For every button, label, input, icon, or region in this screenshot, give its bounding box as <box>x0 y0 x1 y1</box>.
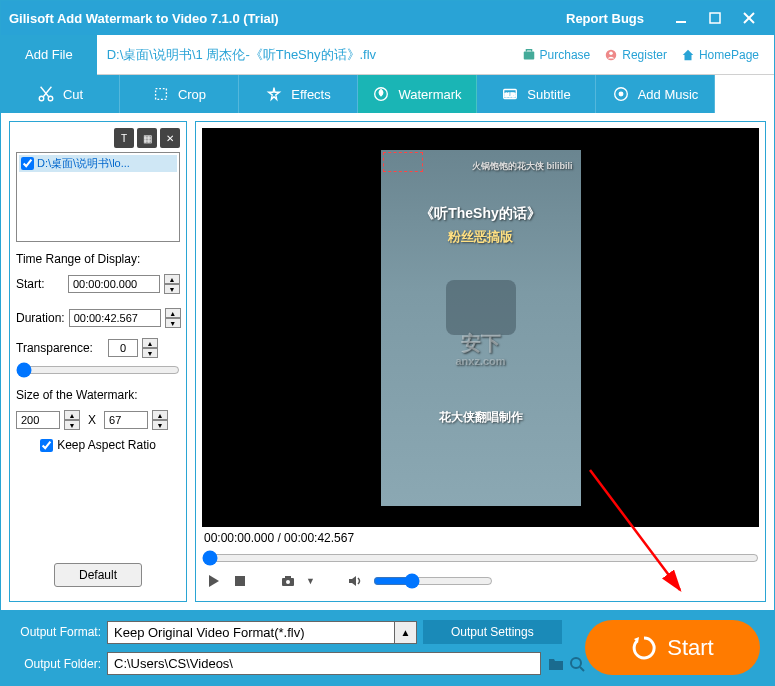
volume-icon[interactable] <box>347 573 363 589</box>
transparence-label: Transparence: <box>16 341 104 355</box>
file-path-display: D:\桌面\说明书\1 周杰伦-《听TheShy的话》.flv <box>97 46 517 64</box>
maximize-button[interactable] <box>698 5 732 31</box>
height-input[interactable] <box>104 411 148 429</box>
remove-watermark-button[interactable]: ✕ <box>160 128 180 148</box>
camera-graphic <box>446 280 516 335</box>
svg-rect-11 <box>156 89 167 100</box>
playback-controls: ▼ <box>202 567 759 595</box>
transparence-spinner[interactable]: ▲▼ <box>142 338 158 358</box>
tab-crop[interactable]: Crop <box>120 75 239 113</box>
size-label: Size of the Watermark: <box>16 388 180 402</box>
video-watermark-text: 安下 <box>381 330 581 357</box>
top-links: Purchase Register HomePage <box>517 45 774 65</box>
output-format-select[interactable]: Keep Original Video Format(*.flv) ▲ <box>107 621 417 644</box>
svg-point-7 <box>39 96 44 101</box>
spin-down-icon[interactable]: ▼ <box>165 318 181 328</box>
dropdown-arrow-icon[interactable]: ▲ <box>395 621 417 644</box>
tab-add-music[interactable]: Add Music <box>596 75 715 113</box>
window-title: Gilisoft Add Watermark to Video 7.1.0 (T… <box>9 11 566 26</box>
transparence-slider[interactable] <box>16 362 180 378</box>
play-button[interactable] <box>206 573 222 589</box>
tab-cut[interactable]: Cut <box>1 75 120 113</box>
spin-down-icon[interactable]: ▼ <box>142 348 158 358</box>
tab-empty <box>715 75 774 113</box>
output-folder-label: Output Folder: <box>13 657 101 671</box>
video-overlay-title2: 粉丝恶搞版 <box>381 228 581 246</box>
svg-rect-19 <box>285 576 291 579</box>
volume-slider[interactable] <box>373 573 493 589</box>
video-overlay-top: 火锅饱饱的花大侠 bilibili <box>381 160 581 173</box>
browse-folder-icon[interactable] <box>547 655 565 673</box>
width-input[interactable] <box>16 411 60 429</box>
stop-button[interactable] <box>232 573 248 589</box>
titlebar: Gilisoft Add Watermark to Video 7.1.0 (T… <box>1 1 774 35</box>
start-label: Start: <box>16 277 64 291</box>
duration-label: Duration: <box>16 311 65 325</box>
transparence-input[interactable] <box>108 339 138 357</box>
bottom-bar: Output Format: Keep Original Video Forma… <box>1 610 774 685</box>
tab-subtitle[interactable]: SUBSubtitle <box>477 75 596 113</box>
open-folder-icon[interactable] <box>568 655 586 673</box>
watermark-item-checkbox[interactable] <box>21 157 34 170</box>
purchase-link[interactable]: Purchase <box>517 45 596 65</box>
width-spinner[interactable]: ▲▼ <box>64 410 80 430</box>
spin-down-icon[interactable]: ▼ <box>64 420 80 430</box>
keep-aspect-ratio-checkbox[interactable] <box>40 439 53 452</box>
video-content: 火锅饱饱的花大侠 bilibili 《听TheShy的话》 粉丝恶搞版 安下 a… <box>381 150 581 506</box>
add-text-watermark-button[interactable]: T <box>114 128 134 148</box>
duration-input[interactable] <box>69 309 161 327</box>
seek-slider[interactable] <box>202 549 759 567</box>
video-overlay-bottom: 花大侠翻唱制作 <box>381 409 581 426</box>
watermark-list[interactable]: D:\桌面\说明书\lo... <box>16 152 180 242</box>
height-spinner[interactable]: ▲▼ <box>152 410 168 430</box>
watermark-list-item[interactable]: D:\桌面\说明书\lo... <box>19 155 177 172</box>
output-settings-button[interactable]: Output Settings <box>423 620 562 644</box>
homepage-link[interactable]: HomePage <box>676 45 764 65</box>
start-button[interactable]: Start <box>585 620 760 675</box>
timecode-display: 00:00:00.000 / 00:00:42.567 <box>202 527 759 549</box>
spin-up-icon[interactable]: ▲ <box>165 308 181 318</box>
start-spinner[interactable]: ▲▼ <box>164 274 180 294</box>
svg-point-20 <box>286 580 290 584</box>
duration-spinner[interactable]: ▲▼ <box>165 308 181 328</box>
add-image-watermark-button[interactable]: ▦ <box>137 128 157 148</box>
spin-up-icon[interactable]: ▲ <box>142 338 158 348</box>
close-button[interactable] <box>732 5 766 31</box>
svg-point-8 <box>48 96 53 101</box>
svg-line-22 <box>580 667 584 671</box>
spin-down-icon[interactable]: ▼ <box>164 284 180 294</box>
register-link[interactable]: Register <box>599 45 672 65</box>
video-preview[interactable]: 火锅饱饱的花大侠 bilibili 《听TheShy的话》 粉丝恶搞版 安下 a… <box>202 128 759 527</box>
svg-text:SUB: SUB <box>505 92 516 98</box>
tab-bar: Cut Crop Effects Watermark SUBSubtitle A… <box>1 75 774 113</box>
snapshot-button[interactable] <box>280 573 296 589</box>
report-bugs-link[interactable]: Report Bugs <box>566 11 644 26</box>
app-window: Gilisoft Add Watermark to Video 7.1.0 (T… <box>0 0 775 686</box>
preview-panel: 火锅饱饱的花大侠 bilibili 《听TheShy的话》 粉丝恶搞版 安下 a… <box>195 121 766 602</box>
file-bar: Add File D:\桌面\说明书\1 周杰伦-《听TheShy的话》.flv… <box>1 35 774 75</box>
spin-up-icon[interactable]: ▲ <box>152 410 168 420</box>
output-format-label: Output Format: <box>13 625 101 639</box>
x-label: X <box>84 413 100 427</box>
tab-watermark[interactable]: Watermark <box>358 75 477 113</box>
video-watermark-url: anxz.com <box>381 355 581 367</box>
add-file-button[interactable]: Add File <box>1 35 97 75</box>
time-range-label: Time Range of Display: <box>16 252 180 266</box>
work-area: T ▦ ✕ D:\桌面\说明书\lo... Time Range of Disp… <box>1 113 774 610</box>
start-time-input[interactable] <box>68 275 160 293</box>
svg-point-6 <box>610 51 614 55</box>
default-button[interactable]: Default <box>54 563 142 587</box>
spin-down-icon[interactable]: ▼ <box>152 420 168 430</box>
svg-rect-17 <box>235 576 245 586</box>
spin-up-icon[interactable]: ▲ <box>164 274 180 284</box>
svg-rect-1 <box>710 13 720 23</box>
svg-rect-4 <box>523 51 534 59</box>
output-format-value: Keep Original Video Format(*.flv) <box>107 621 395 644</box>
snapshot-dropdown-icon[interactable]: ▼ <box>306 576 315 586</box>
output-folder-input[interactable] <box>107 652 541 675</box>
spin-up-icon[interactable]: ▲ <box>64 410 80 420</box>
svg-point-21 <box>571 658 581 668</box>
tab-effects[interactable]: Effects <box>239 75 358 113</box>
minimize-button[interactable] <box>664 5 698 31</box>
keep-aspect-ratio-label: Keep Aspect Ratio <box>57 438 156 452</box>
